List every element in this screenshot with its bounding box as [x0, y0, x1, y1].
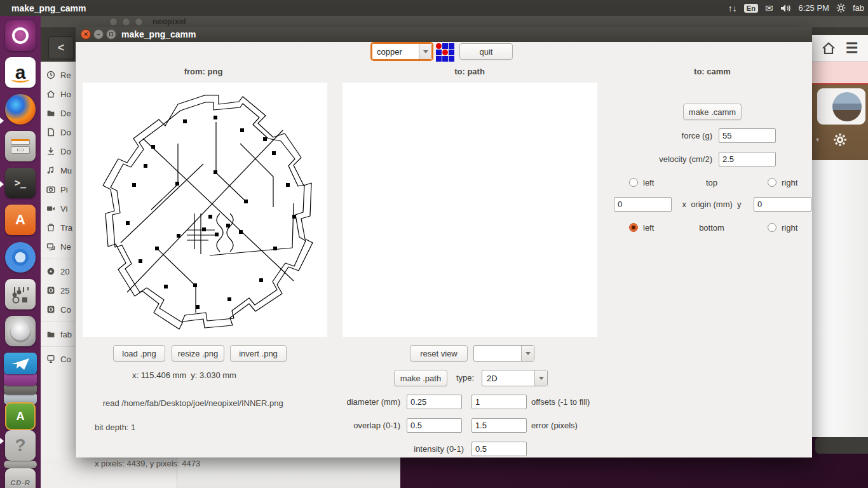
- username-label[interactable]: fab: [853, 3, 864, 13]
- network-icon: [46, 242, 55, 251]
- bottom-right-radio-label: right: [782, 223, 797, 233]
- origin-y-input[interactable]: [754, 197, 811, 212]
- force-input[interactable]: [719, 128, 776, 143]
- info-read-path: read /home/fab/Desktop/joel/neopixel/INN…: [103, 398, 283, 408]
- bg-maximize-button[interactable]: [135, 18, 143, 26]
- sidebar-item-downloads[interactable]: Do: [41, 142, 75, 161]
- right-bg-page: [812, 160, 868, 437]
- telegram-icon[interactable]: [4, 353, 37, 374]
- dash-home-icon[interactable]: [5, 20, 36, 51]
- sidebar-item-network[interactable]: Ne: [41, 237, 75, 256]
- sidebar-item-home[interactable]: Ho: [41, 85, 75, 104]
- sidebar-item-computer[interactable]: Co: [41, 349, 75, 369]
- error-input[interactable]: [471, 418, 527, 433]
- chevron-down-icon[interactable]: [419, 44, 431, 59]
- sidebar-item-volume-co[interactable]: Co: [41, 300, 75, 319]
- sidebar-item-trash[interactable]: Tra: [41, 218, 75, 237]
- sidebar-item-volume-20[interactable]: 20: [41, 262, 75, 281]
- tweaks-icon[interactable]: [5, 279, 36, 309]
- archive-manager-icon[interactable]: [5, 131, 36, 161]
- diameter-input[interactable]: [407, 395, 462, 409]
- sidebar-item-documents[interactable]: Do: [41, 123, 75, 142]
- firefox-icon[interactable]: [5, 94, 36, 125]
- volume-knob-icon[interactable]: [5, 316, 36, 346]
- to-camm-heading: to: camm: [694, 67, 731, 76]
- bottom-left-radio-label: left: [643, 223, 654, 233]
- origin-x-input[interactable]: [614, 197, 672, 212]
- load-png-button[interactable]: load .png: [113, 345, 165, 362]
- cdr-burner-icon[interactable]: CD-R: [5, 468, 36, 488]
- velocity-input[interactable]: [719, 152, 776, 166]
- invert-png-button[interactable]: invert .png: [230, 345, 287, 362]
- terminal-icon[interactable]: >_: [5, 168, 36, 198]
- sidebar-item-desktop[interactable]: De: [41, 104, 75, 123]
- overlap-label: overlap (0-1): [324, 421, 400, 430]
- bg-minimize-button[interactable]: [122, 18, 130, 26]
- png-preview-canvas[interactable]: [83, 83, 327, 337]
- right-bg-banner: [812, 62, 868, 85]
- session-gear-icon[interactable]: [836, 3, 846, 13]
- reset-view-button[interactable]: reset view: [410, 345, 468, 362]
- pcb-trace-image: [83, 83, 327, 337]
- clock[interactable]: 6:25 PM: [799, 3, 829, 13]
- quit-button[interactable]: quit: [459, 43, 513, 60]
- offsets-input[interactable]: [471, 395, 527, 409]
- intensity-input[interactable]: [471, 442, 527, 456]
- sidebar-item-recent[interactable]: Re: [41, 65, 75, 85]
- bottom-left-radio[interactable]: [629, 223, 638, 232]
- path-preview-canvas[interactable]: [342, 83, 597, 337]
- chevron-down-icon[interactable]: [521, 346, 534, 361]
- software-center-icon[interactable]: A: [5, 205, 36, 235]
- settings-gear-icon[interactable]: [833, 133, 847, 147]
- origin-label: x origin (mm) y: [682, 200, 741, 209]
- avatar[interactable]: [832, 92, 862, 121]
- keyboard-layout-indicator[interactable]: En: [744, 4, 758, 13]
- close-button[interactable]: ✕: [81, 29, 91, 39]
- intensity-label: intensity (0-1): [388, 444, 464, 454]
- mail-icon[interactable]: ✉: [765, 3, 773, 14]
- minimize-button[interactable]: –: [93, 29, 104, 39]
- info-bit-depth: bit depth: 1: [89, 421, 283, 433]
- overlap-input[interactable]: [407, 418, 462, 433]
- disc-icon: [46, 267, 55, 276]
- stacked-app-icon[interactable]: [4, 461, 37, 468]
- maximize-button[interactable]: [106, 29, 116, 39]
- back-button[interactable]: <: [48, 36, 74, 59]
- sidebar-item-fab[interactable]: fab: [41, 325, 75, 344]
- unknown-app-icon[interactable]: ?: [5, 430, 36, 461]
- unity-launcher: a >_ A A ? CD-R: [0, 16, 41, 488]
- home-icon[interactable]: [822, 42, 836, 55]
- volume-icon[interactable]: [780, 4, 792, 13]
- app-titlebar[interactable]: ✕ – make_png_camm: [76, 27, 812, 42]
- right-bg-toolbar: ☰: [812, 35, 868, 62]
- top-left-radio[interactable]: [629, 178, 638, 187]
- sidebar-item-volume-25[interactable]: 25: [41, 281, 75, 300]
- running-indicator: [0, 118, 4, 124]
- network-updown-icon[interactable]: ↑↓: [728, 3, 737, 13]
- camera-icon: [46, 185, 55, 194]
- top-label: top: [706, 178, 717, 187]
- material-select[interactable]: copper: [372, 43, 432, 60]
- make-path-button[interactable]: make .path: [394, 370, 447, 386]
- material-select-value: copper: [372, 44, 419, 59]
- resize-png-button[interactable]: resize .png: [172, 345, 224, 362]
- view-select[interactable]: [473, 345, 534, 362]
- chevron-down-icon[interactable]: ▾: [816, 136, 819, 143]
- profile-card: [817, 88, 865, 125]
- diameter-label: diameter (mm): [324, 397, 400, 407]
- menu-icon[interactable]: ☰: [846, 40, 858, 57]
- sidebar-item-videos[interactable]: Vi: [41, 199, 75, 218]
- sidebar-item-music[interactable]: Mu: [41, 161, 75, 180]
- type-select[interactable]: 2D: [482, 370, 548, 386]
- bottom-right-radio[interactable]: [768, 223, 776, 232]
- chevron-down-icon[interactable]: [534, 370, 547, 386]
- chromium-icon[interactable]: [5, 242, 36, 273]
- top-right-radio[interactable]: [768, 178, 776, 187]
- make-png-camm-window: ✕ – make_png_camm copper quit from: png …: [76, 27, 812, 458]
- sidebar-item-pictures[interactable]: Pi: [41, 180, 75, 199]
- view-select-value: [474, 346, 521, 361]
- make-camm-button[interactable]: make .camm: [683, 104, 742, 120]
- amazon-icon[interactable]: a: [5, 57, 36, 88]
- bg-close-button[interactable]: [109, 18, 118, 26]
- recycle-app-icon[interactable]: A: [5, 402, 36, 430]
